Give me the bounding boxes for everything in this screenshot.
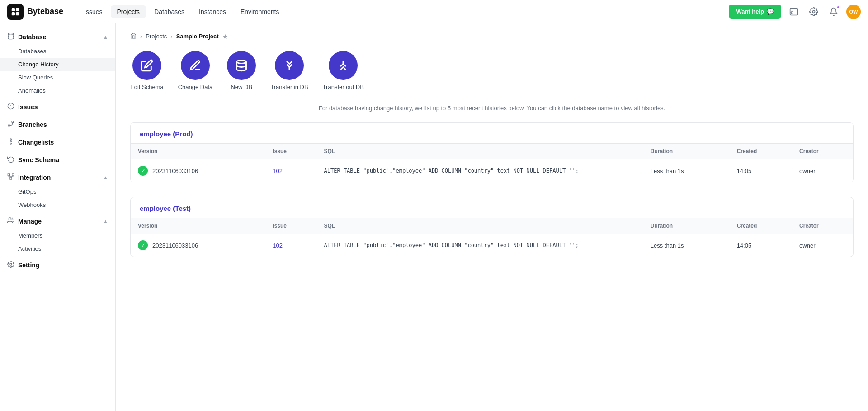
sidebar-header-database[interactable]: Database ▲ <box>0 29 115 45</box>
changelists-icon <box>7 138 14 146</box>
svg-rect-19 <box>10 177 12 179</box>
new-db-label: New DB <box>231 84 252 90</box>
employee-prod-title[interactable]: employee (Prod) <box>131 123 853 143</box>
nav-environments[interactable]: Environments <box>234 5 286 18</box>
change-data-label: Change Data <box>178 84 213 90</box>
col-issue-test: Issue <box>265 218 316 234</box>
issue-link-test[interactable]: 102 <box>273 242 283 249</box>
col-duration-test: Duration <box>643 218 730 234</box>
avatar[interactable]: OW <box>846 5 861 19</box>
transfer-in-db-icon <box>275 51 304 80</box>
col-created-prod: Created <box>730 144 792 159</box>
sidebar-item-slow-queries[interactable]: Slow Queries <box>0 71 115 84</box>
sidebar-item-activities[interactable]: Activities <box>0 242 115 255</box>
nav-issues[interactable]: Issues <box>78 5 108 18</box>
svg-rect-17 <box>8 174 9 176</box>
sidebar-header-issues[interactable]: Issues <box>0 99 115 115</box>
logo[interactable]: Bytebase <box>7 4 63 20</box>
svg-point-24 <box>9 218 11 220</box>
change-data-button[interactable]: Change Data <box>178 51 213 90</box>
terminal-icon-button[interactable] <box>787 5 801 19</box>
new-db-icon <box>227 51 256 80</box>
transfer-in-db-label: Transfer in DB <box>270 84 308 90</box>
manage-icon <box>7 217 14 225</box>
employee-test-table: Version Issue SQL Duration Created Creat… <box>131 218 853 257</box>
nav-projects[interactable]: Projects <box>111 5 146 18</box>
svg-point-26 <box>237 60 246 63</box>
star-icon[interactable]: ★ <box>222 33 228 40</box>
transfer-in-db-button[interactable]: Transfer in DB <box>270 51 308 90</box>
svg-rect-0 <box>12 8 15 11</box>
success-icon-test: ✓ <box>138 240 148 250</box>
creator-value-test: owner <box>792 234 853 257</box>
nav-databases[interactable]: Databases <box>148 5 191 18</box>
new-db-button[interactable]: New DB <box>227 51 256 90</box>
duration-value-test: Less than 1s <box>643 234 730 257</box>
svg-point-25 <box>10 263 12 265</box>
employee-prod-table: Version Issue SQL Duration Created Creat… <box>131 143 853 182</box>
sidebar-header-setting[interactable]: Setting <box>0 257 115 273</box>
settings-icon-button[interactable] <box>807 5 821 19</box>
duration-value: Less than 1s <box>643 159 730 182</box>
creator-value: owner <box>792 159 853 182</box>
sidebar-header-changelists[interactable]: Changelists <box>0 134 115 150</box>
sidebar-item-gitops[interactable]: GitOps <box>0 185 115 198</box>
sidebar-header-integration[interactable]: Integration ▲ <box>0 169 115 185</box>
home-icon[interactable] <box>130 33 137 40</box>
setting-icon <box>7 261 14 269</box>
want-help-button[interactable]: Want help 💬 <box>729 5 781 19</box>
svg-point-6 <box>813 10 815 13</box>
col-sql-prod: SQL <box>317 144 643 159</box>
svg-point-13 <box>8 125 10 126</box>
table-row: ✓ 20231106033106 102 ALTER TABLE "public… <box>131 234 853 257</box>
transfer-out-db-icon <box>329 51 358 80</box>
svg-rect-1 <box>16 8 19 11</box>
breadcrumb-sep-2: › <box>170 33 172 40</box>
logo-text: Bytebase <box>27 7 63 16</box>
db-icon <box>7 33 14 41</box>
db-section-employee-test: employee (Test) Version Issue SQL Durati… <box>130 197 854 257</box>
table-row: ✓ 20231106033106 102 ALTER TABLE "public… <box>131 159 853 182</box>
sidebar-item-change-history[interactable]: Change History <box>0 58 115 71</box>
sql-value: ALTER TABLE "public"."employee" ADD COLU… <box>317 159 643 182</box>
sidebar-database-label: Database <box>18 33 46 41</box>
transfer-out-db-button[interactable]: Transfer out DB <box>323 51 364 90</box>
manage-chevron: ▲ <box>103 219 108 224</box>
sidebar-item-webhooks[interactable]: Webhooks <box>0 198 115 211</box>
col-sql-test: SQL <box>317 218 643 234</box>
employee-test-title[interactable]: employee (Test) <box>131 197 853 218</box>
chat-icon: 💬 <box>767 8 774 15</box>
database-chevron: ▲ <box>103 34 108 40</box>
col-created-test: Created <box>730 218 792 234</box>
sidebar-section-database: Database ▲ Databases Change History Slow… <box>0 29 115 97</box>
breadcrumb-projects[interactable]: Projects <box>146 33 167 40</box>
main-content: › Projects › Sample Project ★ Edit Schem… <box>116 23 868 411</box>
sidebar-item-anomalies[interactable]: Anomalies <box>0 84 115 97</box>
breadcrumb: › Projects › Sample Project ★ <box>130 33 854 40</box>
created-value-test: 14:05 <box>730 234 792 257</box>
sidebar-item-members[interactable]: Members <box>0 229 115 242</box>
col-creator-test: Creator <box>792 218 853 234</box>
col-version-test: Version <box>131 218 265 234</box>
edit-schema-icon <box>132 51 161 80</box>
col-creator-prod: Creator <box>792 144 853 159</box>
svg-point-16 <box>10 143 12 144</box>
created-value: 14:05 <box>730 159 792 182</box>
nav-instances[interactable]: Instances <box>193 5 232 18</box>
sidebar-header-branches[interactable]: Branches <box>0 117 115 132</box>
sidebar-item-databases[interactable]: Databases <box>0 45 115 58</box>
svg-point-12 <box>12 121 14 123</box>
success-icon: ✓ <box>138 166 148 176</box>
svg-rect-2 <box>12 12 15 15</box>
col-issue-prod: Issue <box>265 144 316 159</box>
edit-schema-button[interactable]: Edit Schema <box>130 51 164 90</box>
edit-schema-label: Edit Schema <box>130 84 164 90</box>
sql-value-test: ALTER TABLE "public"."employee" ADD COLU… <box>317 234 643 257</box>
issue-link[interactable]: 102 <box>273 168 283 174</box>
notification-icon-button[interactable] <box>826 5 841 19</box>
breadcrumb-current: Sample Project <box>176 33 219 40</box>
issues-label: Issues <box>18 103 38 111</box>
sidebar-header-manage[interactable]: Manage ▲ <box>0 213 115 229</box>
breadcrumb-sep-1: › <box>140 33 142 40</box>
sidebar-header-sync-schema[interactable]: Sync Schema <box>0 152 115 168</box>
